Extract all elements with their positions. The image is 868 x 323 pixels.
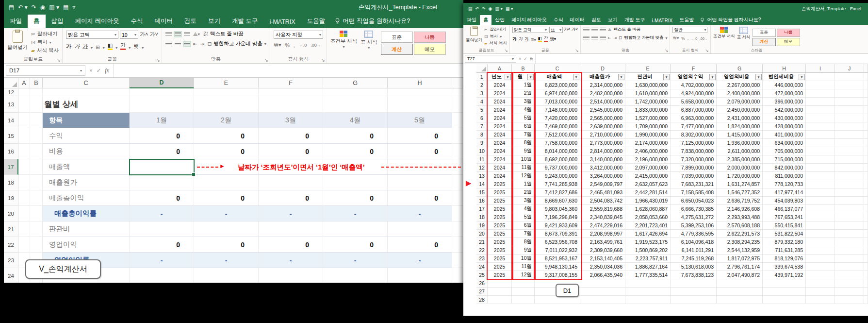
paste-button[interactable]: 붙여넣기 xyxy=(466,27,482,43)
cell-I2[interactable] xyxy=(806,81,835,89)
cell-A22[interactable] xyxy=(18,237,30,253)
alignment-dialog-launcher[interactable]: ↘ xyxy=(665,48,669,53)
font-name-combo[interactable]: 맑은 고딕▾ xyxy=(512,27,548,33)
row-number-21[interactable]: 21 xyxy=(476,238,488,246)
tab-수식[interactable]: 수식 xyxy=(550,15,567,25)
fill-color-icon[interactable]: ◧ xyxy=(108,42,113,50)
cell-F16[interactable]: 0 xyxy=(259,144,323,159)
cell-H2[interactable]: 446,000,000 xyxy=(763,81,806,89)
cell-F9[interactable]: 7,125,000,000 xyxy=(671,139,717,147)
comma-icon[interactable]: , xyxy=(688,36,688,41)
format-painter-button[interactable]: ▰서식 복사 xyxy=(484,40,507,46)
cell-E15[interactable]: 2,442,281,514 xyxy=(625,188,671,197)
cell-I20[interactable] xyxy=(806,230,835,238)
cell-G6[interactable]: 2,431,000,000 xyxy=(717,114,763,122)
number-format-combo[interactable]: 사용자 지정▾ xyxy=(274,31,323,39)
cell-G20[interactable]: 2,622,291,573 xyxy=(717,230,763,238)
cell-J15[interactable] xyxy=(835,188,864,197)
cell-F10[interactable]: 7,838,000,000 xyxy=(671,147,717,155)
cell-G28[interactable] xyxy=(717,296,763,304)
tab-수식[interactable]: 수식 xyxy=(125,15,148,28)
cell-E27[interactable] xyxy=(625,288,671,296)
camera-icon[interactable]: ◉ xyxy=(489,6,492,11)
tab-보기[interactable]: 보기 xyxy=(202,15,226,28)
font-dialog-launcher[interactable]: ↘ xyxy=(156,58,160,63)
cell-D2[interactable]: 2,314,000,000 xyxy=(580,81,625,89)
cell-G20[interactable]: - xyxy=(323,206,388,221)
cell-A17[interactable] xyxy=(18,159,30,175)
cell-D18[interactable] xyxy=(130,175,194,190)
shrink-font-icon[interactable]: 가˅ xyxy=(149,31,158,39)
fill-handle[interactable] xyxy=(192,172,196,176)
cell-J8[interactable] xyxy=(835,131,864,139)
cell-E4[interactable]: 1,742,000,000 xyxy=(625,98,671,106)
cell-D27[interactable] xyxy=(580,288,625,296)
cell-A26[interactable] xyxy=(488,279,512,288)
font-name-combo[interactable]: 맑은 고딕▾ xyxy=(66,31,118,39)
cell-G24[interactable]: 2,796,761,174 xyxy=(717,263,763,271)
tab-i-MATRIX[interactable]: i-MATRIX xyxy=(263,16,301,28)
align-center-icon[interactable] xyxy=(175,42,181,46)
tell-me-search[interactable]: 어떤 작업을 원하시나요? xyxy=(697,15,764,25)
row-number-18[interactable]: 18 xyxy=(476,213,488,221)
tab-데이터[interactable]: 데이터 xyxy=(148,15,179,28)
cell-C12[interactable] xyxy=(43,88,130,96)
comma-icon[interactable]: , xyxy=(294,42,295,48)
cell-D24[interactable]: 2,350,034,036 xyxy=(580,263,625,271)
column-header-D[interactable]: D xyxy=(580,64,625,73)
style-calculation[interactable]: 계산 xyxy=(753,38,776,46)
cell-D26[interactable] xyxy=(580,279,625,288)
cell-H16[interactable]: 0 xyxy=(388,144,452,159)
column-header-I[interactable]: I xyxy=(806,64,835,73)
tab-개발 도구[interactable]: 개발 도구 xyxy=(226,15,263,28)
cell-D14[interactable]: 1월 xyxy=(130,113,194,128)
orientation-icon[interactable]: ⟁▾ xyxy=(193,31,200,37)
wrap-text-button[interactable]: 텍스트 줄 바꿈 xyxy=(613,27,640,33)
cell-D4[interactable]: 2,514,000,000 xyxy=(580,98,625,106)
cell-G27[interactable] xyxy=(717,288,763,296)
save-icon[interactable]: ▤ xyxy=(9,4,14,11)
header-cell-D1[interactable]: 매출원가▾ xyxy=(580,73,625,81)
header-cell-F1[interactable]: 영업외수익▾ xyxy=(671,73,717,81)
cell-G9[interactable]: 1,936,000,000 xyxy=(717,139,763,147)
clipboard-dialog-launcher[interactable]: ↘ xyxy=(504,48,508,53)
cell-I7[interactable] xyxy=(806,122,835,131)
cell-B14[interactable] xyxy=(30,113,43,128)
row-number-22[interactable]: 22 xyxy=(476,246,488,255)
cell-H28[interactable] xyxy=(763,296,806,304)
cell-H7[interactable]: 428,000,000 xyxy=(763,122,806,131)
cell-H6[interactable]: 430,000,000 xyxy=(763,114,806,122)
cut-button[interactable]: ✂잘라내기 xyxy=(31,31,59,37)
cell-F23[interactable]: - xyxy=(259,253,323,268)
row-number-7[interactable]: 7 xyxy=(476,122,488,131)
cell-H14[interactable]: 778,120,733 xyxy=(763,180,806,188)
cell-D16[interactable]: 0 xyxy=(130,144,194,159)
cell-J12[interactable] xyxy=(835,164,864,172)
cell-B18[interactable] xyxy=(30,175,43,190)
cell-D13[interactable]: 3,264,000,000 xyxy=(580,172,625,180)
wrap-text-button[interactable]: 갉텍스트 줄 바꿈 xyxy=(203,31,243,37)
cell-F20[interactable]: 4,779,336,595 xyxy=(671,230,717,238)
row-number-5[interactable]: 5 xyxy=(476,106,488,114)
cell-G13[interactable]: 1,720,000,000 xyxy=(717,172,763,180)
cell-F19[interactable]: 5,399,253,106 xyxy=(671,221,717,230)
row-number-20[interactable]: 20 xyxy=(4,206,18,221)
percent-icon[interactable]: % xyxy=(285,42,289,48)
cell-E20[interactable]: 1,617,426,694 xyxy=(625,230,671,238)
bold-icon[interactable]: 가 xyxy=(512,36,517,42)
cell-A20[interactable] xyxy=(18,206,30,221)
increase-decimal-icon[interactable]: ←.0 xyxy=(299,43,307,48)
row-number-9[interactable]: 9 xyxy=(476,139,488,147)
cell-A14[interactable] xyxy=(18,113,30,128)
cell-D25[interactable]: 2,066,435,940 xyxy=(580,271,625,279)
cell-D12[interactable] xyxy=(130,88,194,96)
cell-I26[interactable] xyxy=(806,279,835,288)
cell-E21[interactable]: 1,919,523,175 xyxy=(625,238,671,246)
cell-D17[interactable]: 2,559,819,688 xyxy=(580,205,625,213)
row-number-17[interactable]: 17 xyxy=(4,159,18,175)
cell-D14[interactable]: 2,549,009,797 xyxy=(580,180,625,188)
phonetic-icon[interactable]: 뱃 xyxy=(133,43,139,50)
cell-F26[interactable] xyxy=(671,279,717,288)
cell-D3[interactable]: 2,482,000,000 xyxy=(580,89,625,98)
borders-icon[interactable]: ⊞▾ xyxy=(530,37,536,42)
